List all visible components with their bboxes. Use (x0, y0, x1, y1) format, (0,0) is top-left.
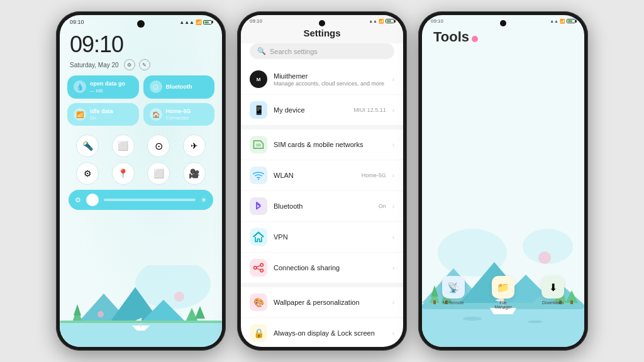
p3-app-downloads[interactable]: ⬇ Downloads (541, 276, 564, 309)
p3-time: 09:10 (431, 18, 443, 24)
p3-app-icons: 📡 Mi Remote 📁 FileManager ⬇ Downloads (422, 276, 584, 309)
phone-2: 09:10 ▲▲ 📶 Settings 🔍 Search settings M … (237, 11, 407, 351)
p2-item-aod[interactable]: 🔒 Always-on display & Lock screen › (241, 318, 403, 347)
p2-item-miuithemer[interactable]: M Miuithemer Manage accounts, cloud serv… (241, 64, 403, 95)
p1-round-row-2: ⚙ 📍 ⬜ 🎥 (60, 161, 222, 186)
svg-point-13 (174, 292, 184, 302)
p2-signal-icon: ▲▲ (369, 19, 377, 23)
p2-item-sim[interactable]: SIM cards & mobile networks › (241, 129, 403, 160)
p2-item-wlan[interactable]: WLAN Home-5G › (241, 160, 403, 191)
p1-brightness-slider[interactable]: ⚙ ☀ (69, 190, 213, 210)
clock-settings-icon[interactable]: ⚙ (124, 59, 135, 70)
phone-1: 09:10 ▲▲▲ 📶 09:10 Saturday, May 20 ⚙ ✎ 💧 (56, 11, 226, 351)
svg-marker-8 (195, 306, 205, 319)
p2-wifi-icon: 📶 (379, 19, 384, 24)
vpn-chevron: › (392, 234, 394, 241)
aod-title: Always-on display & Lock screen (274, 329, 386, 337)
p1-screen2-btn[interactable]: ⬜ (147, 162, 170, 185)
connection-chevron: › (392, 265, 394, 272)
p1-date-row: Saturday, May 20 ⚙ ✎ (70, 59, 212, 70)
p1-settings-btn[interactable]: ⚙ (76, 162, 99, 185)
home5g-tile-icon: 🏠 (150, 108, 162, 121)
p3-wifi-icon: 📶 (560, 19, 565, 24)
wallpaper-icon: 🎨 (250, 293, 267, 311)
p1-slider-container: ⚙ ☀ (60, 186, 222, 214)
p2-time: 09:10 (250, 18, 262, 24)
p3-tools-title: Tools (433, 29, 469, 45)
svg-point-19 (260, 269, 264, 272)
idle-tile-icon: 📶 (74, 108, 86, 121)
p1-date: Saturday, May 20 (70, 62, 119, 69)
p3-app-miremote[interactable]: 📡 Mi Remote (442, 276, 465, 309)
p3-tools-header: Tools (422, 25, 584, 48)
camera-hole-2 (319, 20, 325, 26)
svg-point-42 (463, 317, 482, 321)
miuithemer-content: Miuithemer Manage accounts, cloud servic… (274, 72, 386, 87)
p3-signal-icon: ▲▲ (550, 19, 558, 23)
data-tile-icon: 💧 (74, 80, 86, 93)
filemanager-label: FileManager (494, 300, 512, 309)
p2-item-bluetooth[interactable]: Bluetooth On › (241, 191, 403, 222)
miuithemer-icon: M (250, 70, 267, 88)
p3-app-filemanager[interactable]: 📁 FileManager (492, 276, 514, 309)
p1-flashlight-btn[interactable]: 🔦 (76, 134, 99, 157)
idle-tile-sub: On (90, 115, 113, 121)
aod-chevron: › (392, 330, 394, 337)
connection-icon (250, 259, 267, 277)
clock-edit-icon[interactable]: ✎ (139, 59, 150, 70)
connection-content: Connection & sharing (274, 264, 386, 272)
wlan-content: WLAN (274, 172, 355, 179)
search-icon: 🔍 (257, 47, 266, 55)
mydevice-icon: 📱 (250, 101, 267, 119)
connection-title: Connection & sharing (274, 264, 386, 272)
home5g-tile-label: Home-5G (166, 108, 191, 116)
data-tile-label: open data go (90, 80, 125, 88)
p1-round-row-1: 🔦 ⬜ ⊙ ✈ (60, 131, 222, 161)
svg-point-12 (97, 311, 104, 317)
phone-3: 09:10 ▲▲ 📶 Tools (418, 11, 588, 351)
tools-title-dot (472, 36, 478, 42)
p1-tile-home5g[interactable]: 🏠 Home-5G Connected (143, 103, 215, 126)
p1-tile-data[interactable]: 💧 open data go — MB (67, 75, 139, 99)
p2-item-vpn[interactable]: VPN › (241, 222, 403, 253)
bluetooth-badge: On (379, 203, 386, 209)
svg-marker-6 (74, 304, 81, 315)
wlan-title: WLAN (274, 172, 355, 179)
bluetooth-content: Bluetooth (274, 202, 372, 210)
wlan-badge: Home-5G (362, 172, 386, 178)
miremote-icon: 📡 (442, 276, 465, 299)
slider-thumb (86, 194, 99, 206)
p1-clock-icons: ⚙ ✎ (124, 59, 150, 70)
p1-clock: 09:10 Saturday, May 20 ⚙ ✎ (60, 26, 222, 70)
p2-item-wallpaper[interactable]: 🎨 Wallpaper & personalization › (241, 287, 403, 318)
p1-scan-btn[interactable]: ⊙ (147, 134, 170, 157)
p2-search-bar[interactable]: 🔍 Search settings (250, 43, 394, 59)
p1-location-btn[interactable]: 📍 (112, 162, 135, 185)
p2-battery-icon (386, 19, 394, 23)
p2-page-title: Settings (250, 28, 394, 38)
p1-video-btn[interactable]: 🎥 (183, 162, 206, 185)
p1-tile-bluetooth[interactable]: ⬡ Bluetooth (143, 75, 215, 99)
sim-content: SIM cards & mobile networks (274, 141, 386, 148)
downloads-icon: ⬇ (541, 276, 564, 299)
p1-landscape-illustration (60, 265, 222, 347)
p2-item-connection[interactable]: Connection & sharing › (241, 253, 403, 283)
p1-screen-btn[interactable]: ⬜ (112, 134, 135, 157)
downloads-label: Downloads (542, 300, 564, 305)
miuithemer-chevron: › (392, 76, 394, 83)
vpn-title: VPN (274, 233, 386, 241)
vpn-icon (250, 228, 267, 246)
p1-tile-idle[interactable]: 📶 idle data On (67, 103, 139, 126)
idle-tile-text: idle data On (90, 108, 113, 121)
phone-3-screen: 09:10 ▲▲ 📶 Tools (422, 15, 584, 347)
p2-search-placeholder: Search settings (270, 48, 318, 55)
p1-airplane-btn[interactable]: ✈ (183, 134, 206, 157)
sim-icon (250, 136, 267, 153)
p2-item-mydevice[interactable]: 📱 My device MIUI 12.5.11 › (241, 95, 403, 126)
bt-tile-icon: ⬡ (150, 80, 162, 93)
p3-status-icons: ▲▲ 📶 (550, 18, 575, 24)
battery-icon (203, 20, 212, 25)
sim-title: SIM cards & mobile networks (274, 141, 386, 148)
wlan-chevron: › (392, 172, 394, 179)
data-tile-sub: — MB (90, 88, 125, 94)
